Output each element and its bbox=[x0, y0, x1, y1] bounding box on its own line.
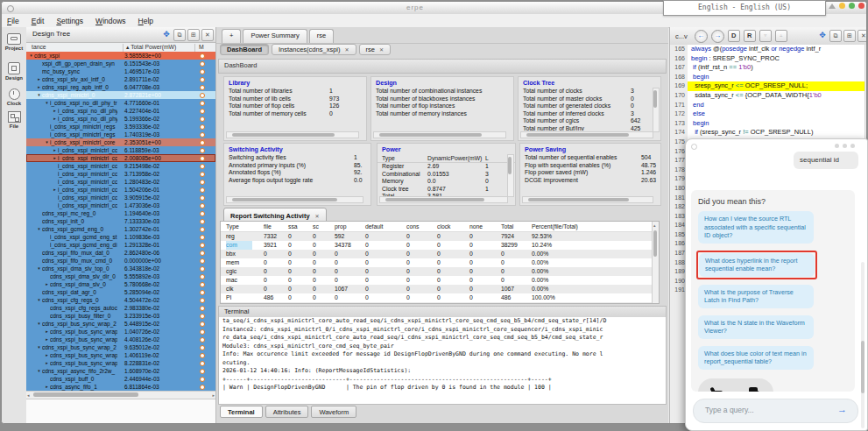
query-input-bar[interactable]: Type a query... → bbox=[693, 399, 858, 423]
tree-row[interactable]: ▸i_cdns_xspi_no_dll_phy4.227404e-01 bbox=[26, 107, 215, 115]
tree-expand-open-icon[interactable]: ▾ bbox=[44, 138, 50, 146]
tree-row[interactable]: ▾cdns_xspi_minictrl_02.872821e+00 bbox=[26, 91, 215, 99]
tree-row[interactable]: i_cdns_xspi_minictrl_cc3.713958e-02 bbox=[26, 170, 215, 178]
menu-settings[interactable]: Settings bbox=[56, 17, 83, 25]
tree-row[interactable]: ▸cdns_xspi_bus_sync_wrap4.408126e-02 bbox=[26, 336, 215, 343]
view-tab-power-summary[interactable]: Power Summary bbox=[243, 29, 307, 43]
suggestion-chip[interactable]: How can I view the source RTL associated… bbox=[698, 211, 814, 244]
report-col-clock[interactable]: clock bbox=[437, 222, 469, 231]
tree-expand-open-icon[interactable]: ▾ bbox=[36, 367, 42, 375]
tree-row[interactable]: i_cdns_xspi_minictrl_regs3.593336e-02 bbox=[26, 123, 215, 131]
tree-expand-closed-icon[interactable]: ▸ bbox=[52, 186, 58, 194]
tree-row[interactable]: i_cdns_xspi_minictrl_regs1.740319e-03 bbox=[26, 131, 215, 138]
tree-row[interactable]: ▸cdns_xspi_reg_apb_intf_06.047708e-03 bbox=[26, 83, 215, 91]
tree-row[interactable]: ▾i_cdns_xspi_minictrl_core2.353051e+00 bbox=[26, 138, 215, 146]
tree-row[interactable]: cdns_xspi_busy_filter_03.233915e-03 bbox=[26, 312, 215, 320]
tree-expand-closed-icon[interactable]: ▸ bbox=[44, 383, 50, 391]
tree-expand-open-icon[interactable]: ▾ bbox=[36, 225, 42, 233]
close-panel-icon[interactable]: ✕ bbox=[201, 29, 214, 41]
panel-vscrollbar[interactable] bbox=[653, 88, 660, 132]
report-row[interactable]: mac0000000000.00% bbox=[221, 276, 659, 285]
tree-row[interactable]: cdns_xspi_buff_02.446944e-03 bbox=[26, 375, 215, 383]
new-view-tab[interactable]: + bbox=[222, 29, 241, 43]
report-col-cons[interactable]: cons bbox=[406, 222, 437, 231]
tree-row[interactable]: cdns_xspi_dat_agr_05.285094e-02 bbox=[26, 288, 215, 296]
tree-hscrollbar[interactable]: ◂ ▸ bbox=[26, 391, 215, 399]
tree-row[interactable]: ▾cdns_xspi_bus_sync_wrap_25.448915e-02 bbox=[26, 320, 215, 328]
tree-row[interactable]: i_cdns_xspi_minictrl_cc1.280483e-02 bbox=[26, 178, 215, 186]
tree-row[interactable]: ▸i_cdns_xspi_minictrl_cc1.504206e-01 bbox=[26, 186, 215, 194]
tree-row[interactable]: ▸cdns_xspi_bus_sync_wrap8.228831e-02 bbox=[26, 359, 215, 367]
tree-expand-closed-icon[interactable]: ▸ bbox=[52, 115, 58, 123]
tree-row[interactable]: ▸cdns_xspi_bus_sync_wrap1.406119e-02 bbox=[26, 351, 215, 359]
view-tab-rse[interactable]: rse bbox=[309, 29, 334, 43]
collapse-icon[interactable]: ▿ bbox=[759, 30, 772, 42]
rail-item-file[interactable]: File bbox=[2, 111, 26, 129]
tree-row[interactable]: ▸i_cdns_xspi_minictrl_cc2.008085e+00 bbox=[26, 154, 215, 162]
tree-expand-closed-icon[interactable]: ▸ bbox=[52, 107, 58, 115]
tree-row[interactable]: ▾cdns_xspi_bus_sync_wrap_29.635012e-02 bbox=[26, 343, 215, 351]
tree-expand-closed-icon[interactable]: ▸ bbox=[44, 351, 50, 359]
tree-row[interactable]: i_cdns_xspi_gcmd_eng_st1.109836e-03 bbox=[26, 233, 215, 241]
tree-row[interactable]: i_cdns_xspi_gcmd_eng_di1.291328e-01 bbox=[26, 241, 215, 249]
panel-hscrollbar[interactable] bbox=[373, 131, 506, 138]
report-row[interactable]: com3921003437800003829910.24% bbox=[221, 241, 659, 250]
popup-handle-dot[interactable] bbox=[691, 144, 697, 150]
tree-expand-open-icon[interactable]: ▾ bbox=[44, 99, 50, 107]
tree-expand-open-icon[interactable]: ▾ bbox=[36, 296, 42, 304]
close-icon[interactable] bbox=[858, 3, 864, 9]
float-panel-icon[interactable]: ⧉ bbox=[829, 30, 842, 42]
maximize-panel-icon[interactable]: ⊞ bbox=[843, 30, 856, 42]
d-button[interactable]: D bbox=[728, 30, 740, 42]
report-col-total[interactable]: Total bbox=[501, 222, 532, 231]
report-col-none[interactable]: none bbox=[469, 222, 501, 231]
maximize-icon[interactable] bbox=[849, 3, 855, 9]
tree-row[interactable]: cdns_xspi_cfg_regs_autoc2.983380e-02 bbox=[26, 304, 215, 312]
editor-file-tab[interactable]: c...v bbox=[672, 31, 691, 42]
menu-help[interactable]: Help bbox=[138, 17, 153, 25]
tree-row[interactable]: ▸i_cdns_xspi_no_dll_phy5.199366e-02 bbox=[26, 115, 215, 123]
menu-windows[interactable]: Windows bbox=[95, 17, 126, 25]
expand-icon[interactable]: ▵ bbox=[775, 30, 787, 42]
report-row[interactable]: reg7332005920000792492.53% bbox=[221, 232, 659, 241]
bottom-tab-attributes[interactable]: Attributes bbox=[265, 406, 309, 418]
column-instance[interactable]: tance bbox=[32, 44, 46, 50]
tree-row[interactable]: ▾i_cdns_xspi_no_dll_phy_tr4.771660e-01 bbox=[26, 99, 215, 107]
report-row[interactable]: cgic0000000000.00% bbox=[221, 267, 659, 276]
send-icon[interactable]: → bbox=[837, 404, 847, 414]
tree-row[interactable]: i_cdns_xspi_minictrl_cc3.905915e-02 bbox=[26, 194, 215, 201]
panel-hscrollbar[interactable] bbox=[226, 131, 359, 138]
tree-expand-open-icon[interactable]: ▾ bbox=[36, 343, 42, 351]
rail-item-project[interactable]: Project bbox=[2, 33, 26, 51]
tree-expand-closed-icon[interactable]: ▸ bbox=[44, 336, 50, 343]
tree-expand-closed-icon[interactable]: ▸ bbox=[36, 83, 42, 91]
tree-expand-closed-icon[interactable]: ▸ bbox=[36, 75, 42, 83]
tree-row[interactable]: ▸cdns_xspi_dma_slv_05.780668e-02 bbox=[26, 280, 215, 288]
tree-row[interactable]: cdns_xspi_mc_reg_01.194640e-03 bbox=[26, 209, 215, 217]
minimize-icon[interactable] bbox=[839, 3, 845, 9]
window-menu-dot[interactable] bbox=[7, 5, 14, 12]
dashboard-section-bar[interactable]: DashBoard bbox=[218, 59, 667, 74]
keyboard-layout-indicator[interactable]: English - English (US) bbox=[663, 0, 826, 16]
forward-icon[interactable]: → bbox=[711, 30, 724, 43]
tree-row[interactable]: i_cdns_xspi_minictrl_cc9.215498e-02 bbox=[26, 162, 215, 170]
panel-hscrollbar[interactable] bbox=[522, 196, 653, 203]
close-icon[interactable]: ✕ bbox=[379, 46, 384, 53]
report-row[interactable]: PO2520000000252100.00% bbox=[221, 302, 659, 304]
report-row[interactable]: clk0001067000010670.00% bbox=[221, 285, 659, 293]
tree-expand-closed-icon[interactable]: ▸ bbox=[44, 328, 50, 336]
close-panel-icon[interactable]: ✕ bbox=[857, 30, 867, 42]
tree-row[interactable]: cdns_xspi_fifo_mux_cmd_00.000000e+00 bbox=[26, 257, 215, 265]
float-panel-icon[interactable]: ⧉ bbox=[173, 29, 186, 41]
thumbs-up-icon[interactable] bbox=[710, 386, 723, 392]
tree-row[interactable]: mc_busy_sync1.469517e-03 bbox=[26, 67, 215, 75]
report-col-default[interactable]: default bbox=[365, 222, 406, 231]
tree-expand-open-icon[interactable]: ▾ bbox=[36, 320, 42, 328]
tree-row[interactable]: ▾cdns_xspi3.585583e+00 bbox=[26, 52, 215, 60]
r-button[interactable]: R bbox=[744, 30, 756, 42]
close-icon[interactable]: ✕ bbox=[315, 213, 320, 219]
panel-vscrollbar[interactable] bbox=[507, 154, 514, 197]
maximize-panel-icon[interactable]: ⊞ bbox=[187, 29, 200, 41]
tree-row[interactable]: ▸cdns_xspi_slv_axi_intf_02.891711e-02 bbox=[26, 75, 215, 83]
suggestion-chip[interactable]: What is the purpose of Traverse Latch in… bbox=[698, 285, 814, 308]
